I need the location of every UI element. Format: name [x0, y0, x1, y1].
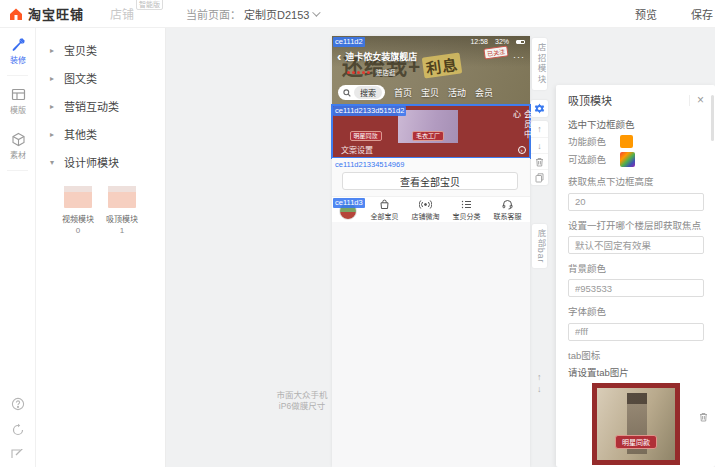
tab-image-preview[interactable]: 明星同款	[592, 383, 680, 465]
current-page-value: 定制页D2153	[244, 6, 309, 22]
more-icon[interactable]: ···	[513, 52, 525, 62]
module-view-all[interactable]: ce111d21334514969 查看全部宝贝	[332, 158, 530, 196]
back-icon[interactable]: ‹	[337, 52, 341, 62]
side-label-bottom-bar[interactable]: 底部bar	[532, 224, 547, 268]
module-id-chip[interactable]: ce111d2	[333, 37, 365, 47]
enter-shop-link[interactable]: 进店逛	[376, 67, 396, 77]
module-bottom-bar[interactable]: ce111d3 全部宝贝 店铺微淘	[332, 196, 530, 222]
bottombar-categories[interactable]: 宝贝分类	[453, 199, 481, 221]
current-page-dropdown[interactable]: 当前页面： 定制页D2153	[186, 6, 318, 22]
bottom-bar-items: 全部宝贝 店铺微淘 宝贝分类	[364, 199, 530, 221]
save-button[interactable]: 保存	[681, 2, 715, 26]
delete-module-button[interactable]	[531, 153, 548, 169]
sticky-photo-2[interactable]: 毛衣工厂	[398, 110, 458, 143]
open-focus-input[interactable]	[568, 236, 704, 254]
search-input[interactable]: 搜索	[338, 85, 385, 100]
move-down-button[interactable]: ↓	[531, 137, 548, 153]
function-color-swatch[interactable]	[620, 135, 633, 148]
template-icon	[11, 87, 26, 102]
rail-item-material[interactable]: 素材	[0, 123, 36, 168]
copy-module-button[interactable]	[531, 169, 548, 185]
function-color-label: 功能颜色	[568, 136, 614, 147]
module-id-chip[interactable]: ce111d21334514969	[333, 160, 406, 170]
photo-tag-button[interactable]: 毛衣工厂	[412, 131, 444, 141]
optional-color-row: 可选颜色	[568, 152, 704, 167]
module-settings-button[interactable]	[531, 100, 548, 117]
module-thumb-sticky[interactable]: 吸顶模块 1	[106, 186, 138, 235]
delete-image-button[interactable]	[699, 412, 708, 422]
tree-item-other[interactable]: ▸ 其他类	[36, 120, 165, 148]
divider	[7, 75, 28, 76]
panel-title: 吸顶模块	[568, 92, 612, 108]
crown-rating: 进店逛	[347, 67, 396, 77]
feedback-icon[interactable]	[11, 449, 25, 465]
photo-tag-button[interactable]: 明星同款	[349, 131, 381, 141]
scroll-up-icon[interactable]: ↑	[537, 372, 542, 382]
tab-icon-label: tab图标	[568, 348, 704, 362]
module-thumbnail	[108, 186, 136, 208]
tab-image-photo	[597, 388, 675, 460]
shop-tab-items[interactable]: 宝贝	[421, 86, 439, 99]
search-icon	[343, 89, 351, 97]
left-rail: 装修 模版 素材	[0, 28, 36, 467]
tree-item-items[interactable]: ▸ 宝贝类	[36, 36, 165, 64]
shop-nav-row: 搜索 首页 宝贝 活动 会员	[338, 85, 526, 100]
tab-image-hint: 请设置tab图片	[568, 365, 704, 379]
font-color-input[interactable]	[568, 323, 704, 341]
bag-icon	[379, 199, 390, 210]
module-tree: ▸ 宝贝类 ▸ 图文类 ▸ 营销互动类 ▸ 其他类 ▾ 设计师模块	[36, 28, 165, 176]
battery-icon	[516, 40, 525, 44]
module-id-chip[interactable]: ce111d2133d5151d2	[333, 106, 406, 116]
close-icon[interactable]: ×	[697, 94, 704, 106]
chevron-down-icon	[313, 8, 321, 16]
shop-tab-home[interactable]: 首页	[394, 86, 412, 99]
module-sticky-selected[interactable]: ce111d2133d5151d2 明星同款 毛衣工厂 文案设置 会员中心 ›	[332, 105, 530, 158]
divider	[689, 95, 690, 106]
optional-color-label: 可选颜色	[568, 154, 614, 165]
scroll-down-icon[interactable]: ↓	[537, 384, 542, 394]
member-center-strip[interactable]: 会员中心 ›	[516, 110, 527, 154]
help-icon[interactable]	[11, 397, 25, 413]
shop-tab-activity[interactable]: 活动	[448, 86, 466, 99]
bottombar-weitao[interactable]: 店铺微淘	[412, 199, 440, 221]
tree-item-imagetext[interactable]: ▸ 图文类	[36, 64, 165, 92]
shop-tab-member[interactable]: 会员	[475, 86, 493, 99]
settings-panel: 吸顶模块 × 选中下边框颜色 功能颜色 可选颜色 获取焦点下边框高度 设置一打开…	[556, 85, 715, 467]
logo-text: 淘宝旺铺	[28, 4, 84, 23]
shop-tab[interactable]: 店铺 智能版	[110, 5, 134, 22]
focus-height-input[interactable]	[568, 193, 704, 211]
app-logo[interactable]: 淘宝旺铺	[8, 4, 84, 23]
background-color-input[interactable]	[568, 279, 704, 297]
panel-header: 吸顶模块 ×	[568, 92, 704, 108]
designer-module-list: 视频模块 0 吸顶模块 1	[36, 176, 165, 235]
app: 淘宝旺铺 店铺 智能版 当前页面： 定制页D2153 预览 保存 装修	[0, 0, 715, 467]
shop-badge: 智能版	[136, 0, 163, 10]
move-up-button[interactable]: ↑	[531, 121, 548, 137]
rail-item-decorate[interactable]: 装修	[0, 28, 36, 73]
background-color-label: 背景颜色	[568, 261, 704, 275]
bottombar-service[interactable]: 联系客服	[494, 199, 522, 221]
header: 淘宝旺铺 店铺 智能版 当前页面： 定制页D2153 预览 保存	[0, 0, 715, 28]
refresh-icon[interactable]	[11, 423, 25, 439]
headset-icon	[502, 199, 513, 210]
optional-color-swatch[interactable]	[620, 152, 635, 167]
open-focus-label: 设置一打开哪个楼层即获取焦点	[568, 218, 704, 232]
tree-item-marketing[interactable]: ▸ 营销互动类	[36, 92, 165, 120]
preview-button[interactable]: 预览	[625, 2, 667, 26]
collapsed-arrow-icon: ▸	[50, 74, 58, 83]
module-thumb-video[interactable]: 视频模块 0	[62, 186, 94, 235]
module-toolbar: ↑ ↓	[531, 121, 548, 185]
tree-item-designer[interactable]: ▾ 设计师模块	[36, 148, 165, 176]
collapsed-arrow-icon: ▸	[50, 102, 58, 111]
gear-icon	[534, 103, 545, 114]
hammer-icon	[11, 37, 26, 52]
rail-item-template[interactable]: 模版	[0, 78, 36, 123]
header-actions: 预览 保存	[625, 2, 715, 26]
search-button[interactable]: 搜索	[354, 86, 382, 99]
module-id-chip[interactable]: ce111d3	[333, 198, 365, 208]
module-shop-sign[interactable]: ce111d2 还给我+ 利息 12:58 32% ‹ 迪卡侬女装旗舰店 ···…	[332, 36, 530, 105]
view-all-items-button[interactable]: 查看全部宝贝	[342, 172, 518, 190]
side-label-shop-sign[interactable]: 店招模块	[532, 38, 547, 90]
function-color-row: 功能颜色	[568, 135, 704, 148]
bottombar-all-items[interactable]: 全部宝贝	[371, 199, 399, 221]
